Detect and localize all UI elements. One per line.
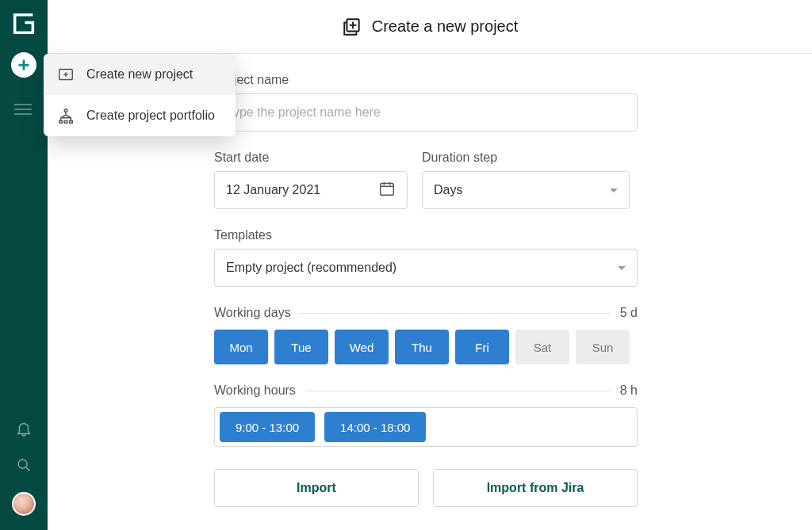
duration-step-value: Days: [434, 183, 462, 197]
page-title: Create a new project: [372, 17, 519, 36]
start-date-value: 12 January 2021: [226, 183, 320, 197]
working-hours-label: Working hours: [214, 383, 296, 398]
hour-range-chip[interactable]: 9:00 - 13:00: [220, 412, 315, 442]
start-date-label: Start date: [214, 151, 408, 165]
svg-rect-6: [64, 120, 67, 123]
app-logo: [10, 10, 38, 38]
avatar[interactable]: [12, 492, 36, 516]
create-project-portfolio-item[interactable]: Create project portfolio: [44, 95, 236, 136]
svg-rect-7: [70, 120, 73, 123]
popover-item-label: Create new project: [86, 67, 193, 82]
svg-point-0: [18, 459, 27, 468]
day-toggle-thu[interactable]: Thu: [395, 330, 449, 364]
portfolio-icon: [56, 106, 75, 125]
duration-step-label: Duration step: [422, 151, 630, 165]
notifications-icon[interactable]: [14, 419, 33, 438]
svg-rect-5: [59, 120, 63, 123]
create-button[interactable]: [11, 52, 36, 78]
calendar-icon: [378, 180, 396, 200]
search-icon[interactable]: [14, 456, 33, 475]
working-hours-count: 8 h: [620, 383, 638, 398]
menu-toggle[interactable]: [14, 100, 33, 119]
project-name-input[interactable]: Type the project name here: [214, 93, 638, 132]
create-project-icon: [342, 17, 362, 37]
working-days-count: 5 d: [620, 306, 638, 320]
titlebar: Create a new project: [48, 0, 812, 54]
day-toggle-mon[interactable]: Mon: [214, 330, 268, 364]
project-name-label: Project name: [214, 73, 812, 87]
templates-value: Empty project (recommended): [226, 261, 396, 275]
day-toggle-tue[interactable]: Tue: [274, 330, 328, 364]
duration-step-select[interactable]: Days: [422, 171, 630, 209]
hour-range-chip[interactable]: 14:00 - 18:00: [324, 412, 426, 442]
chevron-down-icon: [610, 189, 618, 193]
svg-rect-2: [381, 184, 394, 196]
working-hours-box[interactable]: 9:00 - 13:0014:00 - 18:00: [214, 407, 638, 447]
sidebar: [0, 0, 48, 530]
working-days-label: Working days: [214, 306, 291, 320]
start-date-input[interactable]: 12 January 2021: [214, 171, 408, 209]
popover-item-label: Create project portfolio: [86, 109, 215, 123]
import-from-jira-button[interactable]: Import from Jira: [433, 469, 638, 507]
day-toggle-sun[interactable]: Sun: [576, 330, 630, 364]
templates-select[interactable]: Empty project (recommended): [214, 249, 638, 287]
create-popover: Create new project Create project portfo…: [44, 54, 236, 136]
chevron-down-icon: [618, 266, 626, 270]
new-project-icon: [56, 65, 75, 84]
templates-label: Templates: [214, 228, 812, 242]
svg-point-4: [64, 109, 67, 112]
import-button[interactable]: Import: [214, 469, 419, 507]
day-toggle-fri[interactable]: Fri: [455, 330, 509, 364]
day-toggle-wed[interactable]: Wed: [335, 330, 389, 364]
day-toggle-sat[interactable]: Sat: [515, 330, 569, 364]
create-new-project-item[interactable]: Create new project: [44, 54, 236, 95]
